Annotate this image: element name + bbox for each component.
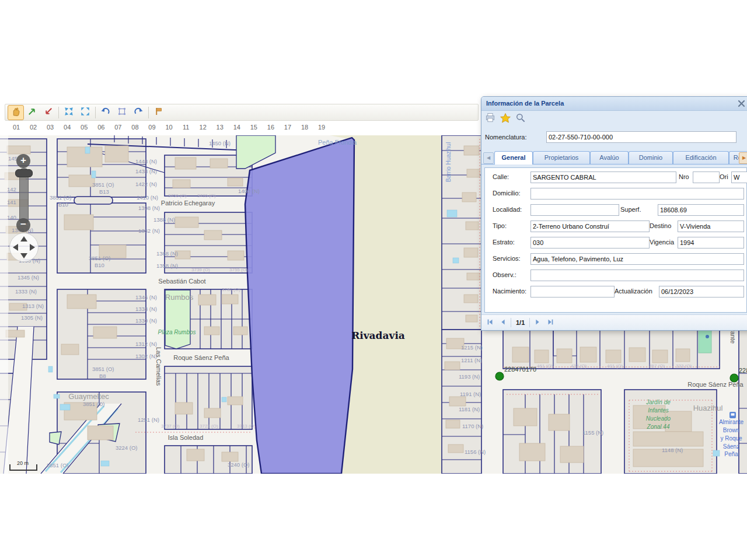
ruler-number: 03 [47, 124, 54, 131]
superf-field[interactable]: 18608.69 [658, 204, 744, 216]
map-label: 1312 (N) [135, 341, 157, 347]
map-label: Roque Sáenz Peña [687, 381, 743, 388]
map-label: 1358 (N) [156, 262, 178, 269]
ruler-number: 10 [165, 124, 172, 131]
domicilio-field[interactable] [530, 188, 744, 200]
tab-edificacion[interactable]: Edificación [673, 151, 729, 164]
map-label: 3780 (O) [222, 287, 240, 292]
map-label: Patricio Echegaray [161, 200, 215, 206]
actualizacion-field[interactable]: 06/12/2023 [659, 286, 744, 298]
pan-hand-button[interactable] [8, 105, 24, 120]
servicios-field[interactable]: Agua, Telefono, Pavimento, Luz [530, 253, 744, 265]
close-button[interactable] [737, 99, 746, 108]
tab-dominio[interactable]: Dominio [629, 151, 673, 164]
destino-label: Destino [650, 222, 671, 229]
vigencia-label: Vigencia [650, 239, 674, 246]
superf-label: Superf. [620, 206, 641, 213]
toolbar-separator [95, 107, 96, 118]
pan-rose-control[interactable] [9, 233, 39, 262]
destino-field[interactable]: V-Vivienda [678, 220, 744, 232]
pager-separator [529, 318, 530, 327]
tab-avaluo[interactable]: Avalúo [590, 151, 629, 164]
first-page-button[interactable] [485, 317, 495, 328]
window-header[interactable]: Información de la Parcela [481, 97, 747, 111]
map-label: 1170 (N) [462, 423, 483, 429]
ruler-number: 12 [200, 124, 207, 131]
ori-label: Ori [720, 173, 728, 180]
ruler-number: 07 [114, 124, 121, 131]
map-label: B8 [99, 373, 106, 379]
next-page-button[interactable] [532, 317, 543, 328]
map-label: Brown [723, 427, 739, 433]
zoom-slider-handle[interactable] [15, 169, 33, 177]
map-label: 357 (O) [649, 363, 665, 369]
map-label: 1313 (N) [22, 303, 44, 309]
estrato-field[interactable]: 030 [530, 237, 650, 249]
previous-extent-button[interactable] [97, 105, 114, 120]
map-label: 3756 (O) [168, 193, 187, 198]
zoom-box-button[interactable] [114, 105, 130, 120]
last-page-icon [546, 318, 554, 327]
map-label: Huazihul [693, 404, 723, 412]
search-button[interactable] [514, 112, 527, 125]
prev-page-button[interactable] [498, 317, 508, 328]
print-icon [484, 112, 496, 125]
map-label: Isla Soledad [168, 434, 204, 441]
bus-stop-sign-icon [729, 412, 736, 418]
localidad-field[interactable] [530, 204, 619, 216]
nacimiento-field[interactable] [530, 286, 615, 298]
nacimiento-label: Nacimiento: [493, 288, 526, 295]
next-extent-button[interactable] [130, 105, 146, 120]
map-label: 1191 (N) [460, 391, 481, 397]
nomen-field[interactable]: 02-27-550-710-00-000 [546, 131, 736, 143]
map-label: 1388 (N) [153, 216, 175, 223]
zoom-out-nav-button[interactable] [40, 105, 57, 120]
zoom-in-button[interactable]: + [16, 154, 30, 168]
tab-scroll-left-icon[interactable]: ◀ [483, 152, 494, 164]
toolbar-separator [148, 107, 149, 118]
observ-field[interactable] [530, 270, 744, 281]
map-label: Sáenz [723, 443, 739, 450]
full-extent-button[interactable] [77, 105, 93, 120]
map-label: 3737 (O) [161, 424, 180, 429]
map-label: 3726 (O) [197, 193, 216, 198]
map-label: Roque Sáenz Peña [173, 354, 229, 361]
tipo-field[interactable]: 2-Terreno Urbano Construí [530, 220, 650, 232]
nomenclatura-label: Nomenclatura: [485, 134, 527, 141]
map-label: 1438 (N) [135, 168, 157, 174]
map-label: 1368 (N) [156, 250, 178, 257]
pan-down-arrow-icon[interactable] [20, 253, 27, 258]
measure-tool-button[interactable] [151, 105, 167, 120]
map-label: 433 (O) [571, 363, 587, 369]
favorite-button[interactable] [499, 112, 512, 125]
tab-propietarios[interactable]: Propietarios [533, 151, 590, 164]
map-label: Peña [724, 451, 738, 457]
map-label: 461 (O) [537, 363, 553, 369]
pan-left-arrow-icon[interactable] [13, 244, 18, 251]
last-page-button[interactable] [545, 317, 556, 328]
selected-parcel[interactable] [245, 138, 354, 474]
pan-hand-icon [11, 106, 21, 119]
ruler-number: 13 [217, 124, 224, 131]
zoom-in-nav-button[interactable] [24, 105, 40, 120]
zoom-out-button[interactable]: − [16, 218, 30, 232]
vigencia-field[interactable]: 1994 [678, 237, 744, 249]
map-label: 3723 (O) [200, 424, 218, 429]
pan-right-arrow-icon[interactable] [30, 244, 35, 251]
ruler-number: 05 [81, 124, 88, 131]
map-label: Guaymeltec [68, 392, 109, 401]
nro-field[interactable] [693, 172, 720, 183]
map-label: 1450 (N) [209, 140, 231, 146]
tab-general[interactable]: General [494, 151, 533, 164]
tab-scroll-right-icon[interactable]: ▶ [739, 152, 747, 164]
close-icon [737, 102, 746, 109]
street-endpoint-marker[interactable] [495, 372, 504, 380]
map-label: 142 [7, 186, 16, 192]
calle-field[interactable]: SARGENTO CABRAL [530, 172, 676, 183]
ruler-number: 02 [30, 124, 37, 131]
pan-up-arrow-icon[interactable] [20, 236, 27, 242]
ori-field[interactable]: W [731, 172, 747, 183]
map-label: 1338 (N) [135, 306, 157, 312]
zoom-to-selection-button[interactable] [61, 105, 77, 120]
print-button[interactable] [484, 112, 497, 125]
